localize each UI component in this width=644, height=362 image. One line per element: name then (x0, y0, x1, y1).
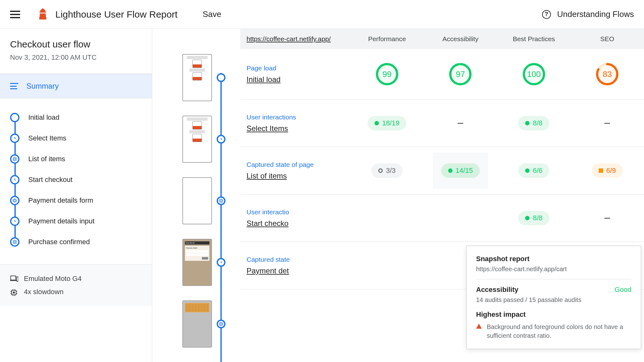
timeline-node-icon (217, 73, 225, 82)
report-row: Captured state of pageList of items3/314… (240, 147, 644, 195)
flow-date: Nov 3, 2021, 12:00 AM UTC (10, 53, 142, 62)
flow-title: Checkout user flow (10, 39, 142, 50)
nav-item-label: Select Items (28, 134, 66, 142)
col-seo: SEO (571, 35, 644, 43)
nav-item-label: List of items (28, 155, 65, 163)
app-title: Lighthouse User Flow Report (55, 9, 178, 20)
svg-line-66 (222, 322, 223, 323)
score-chip[interactable]: 6/6 (518, 163, 549, 178)
timeline-thumbnail: Total: $41.00Payment details (182, 239, 212, 286)
timeline-thumbnail (182, 116, 212, 163)
svg-line-31 (15, 240, 16, 241)
sidebar-nav-item[interactable]: Purchase confirmed (10, 232, 142, 252)
tooltip-category: Accessibility (476, 286, 519, 294)
device-icon (10, 276, 18, 282)
row-name-link[interactable]: Payment det (247, 266, 350, 275)
svg-line-67 (219, 325, 220, 326)
timeline-item[interactable] (165, 300, 240, 348)
svg-line-9 (15, 157, 16, 158)
timeline-item[interactable] (165, 177, 240, 224)
gauge-seo[interactable]: 83 (596, 63, 619, 85)
report-header-row: https://coffee-cart.netlify.app/ Perform… (240, 29, 644, 49)
score-chip[interactable]: 6/9 (592, 163, 623, 178)
timeline-item[interactable]: Total: $41.00Payment details (165, 239, 240, 286)
sidebar-nav-item[interactable]: List of items (10, 149, 142, 169)
summary-label: Summary (26, 82, 59, 90)
nav-item-label: Initial load (28, 113, 59, 122)
report-cell: 97 (424, 63, 497, 85)
report-cell: 99 (350, 63, 424, 85)
svg-rect-34 (10, 280, 16, 281)
svg-rect-35 (17, 277, 18, 281)
summary-icon (10, 83, 18, 89)
gauge-best-practices[interactable]: 100 (523, 63, 545, 85)
row-name-link[interactable]: Start checko (247, 219, 350, 228)
report-cell: 83 (571, 63, 644, 85)
svg-line-56 (219, 201, 220, 202)
sidebar-nav-item[interactable]: Payment details form (10, 190, 142, 211)
sidebar-summary-tab[interactable]: Summary (0, 74, 152, 98)
report-url[interactable]: https://coffee-cart.netlify.app/ (240, 35, 350, 43)
timeline-thumbnail (182, 177, 212, 224)
understanding-flows-link[interactable]: Understanding Flows (557, 9, 634, 19)
score-chip[interactable]: 8/8 (518, 116, 549, 130)
tooltip-url: https://coffee-cart.netlify.app/cart (476, 266, 631, 279)
svg-line-2 (15, 138, 16, 139)
report-cell (571, 123, 644, 124)
svg-line-64 (219, 322, 220, 323)
timeline-item[interactable] (165, 116, 240, 163)
sidebar: Checkout user flow Nov 3, 2021, 12:00 AM… (0, 29, 152, 362)
score-chip[interactable]: 3/3 (371, 163, 402, 178)
nav-item-label: Payment details form (28, 196, 93, 205)
svg-line-24 (15, 221, 16, 222)
score-chip[interactable]: 8/8 (518, 211, 549, 225)
save-button[interactable]: Save (203, 9, 221, 19)
nav-item-label: Start checkout (28, 176, 73, 184)
row-name-link[interactable]: List of items (247, 172, 350, 180)
score-chip[interactable]: 14/15 (441, 163, 480, 178)
timeline-node-icon (217, 135, 225, 144)
svg-line-21 (13, 201, 14, 202)
report-cell: 3/3 (350, 163, 424, 178)
gauge-performance[interactable]: 99 (376, 63, 398, 85)
nav-item-label: Purchase confirmed (28, 238, 90, 246)
aperture-node-icon (10, 154, 19, 164)
svg-line-48 (221, 139, 222, 140)
timeline-thumbnail (182, 54, 212, 101)
gauge-accessibility[interactable]: 97 (449, 63, 472, 85)
tooltip-detail: 14 audits passed / 15 passable audits (476, 296, 631, 304)
dash-icon (458, 123, 463, 124)
svg-rect-37 (13, 292, 15, 293)
row-type-label: User interactio (247, 208, 350, 216)
dash-icon (604, 123, 610, 124)
svg-line-7 (13, 157, 14, 158)
report-row: User interactionsSelect Items18/198/8 (240, 100, 644, 147)
sidebar-nav-item[interactable]: Start checkout (10, 169, 142, 190)
timeline-thumbnail (182, 300, 212, 348)
svg-line-29 (13, 240, 14, 241)
report-cell: 8/8 (497, 211, 571, 225)
cpu-throttle: 4x slowdown (24, 288, 64, 296)
report-cell (571, 218, 644, 219)
menu-icon[interactable] (10, 11, 20, 18)
sidebar-nav-item[interactable]: Initial load (10, 107, 142, 128)
svg-line-53 (219, 199, 220, 200)
help-icon[interactable]: ? (542, 10, 551, 19)
tooltip-rating: Good (614, 286, 631, 294)
sidebar-nav-item[interactable]: Payment details input (10, 211, 142, 232)
emulated-device: Emulated Moto G4 (24, 275, 81, 283)
clock-node-icon (10, 134, 19, 143)
lighthouse-logo-icon (38, 8, 48, 21)
row-name-link[interactable]: Initial load (247, 75, 350, 84)
sidebar-nav-item[interactable]: Select Items (10, 128, 142, 149)
timeline-item[interactable] (165, 54, 240, 101)
clock-node-icon (10, 175, 19, 184)
timeline-node-icon (217, 196, 225, 205)
dash-icon (604, 218, 610, 219)
svg-line-18 (13, 199, 14, 200)
svg-line-54 (222, 201, 223, 202)
row-type-label: Page load (247, 64, 350, 72)
score-chip[interactable]: 18/19 (368, 116, 406, 130)
row-name-link[interactable]: Select Items (247, 124, 350, 133)
report-cell: 14/15 (424, 163, 497, 178)
